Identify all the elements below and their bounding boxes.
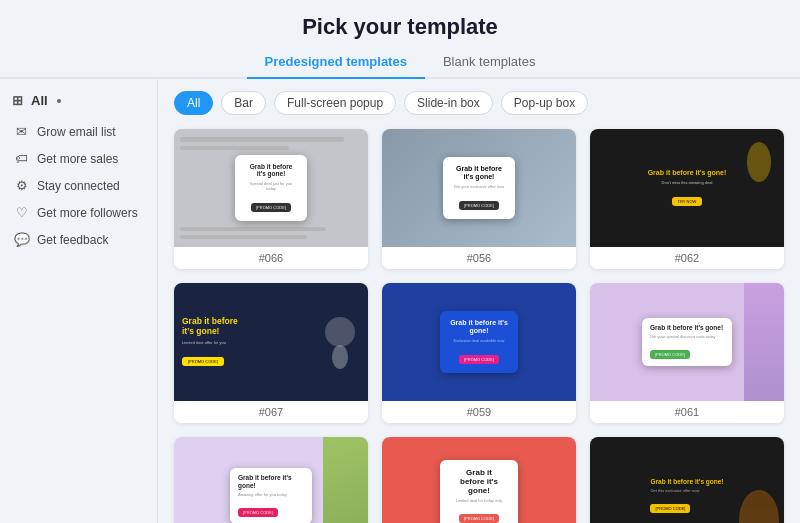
page-header: Pick your template [0,0,800,46]
thumbnail-062: Grab it before it's gone! Don't miss thi… [590,129,784,247]
filter-fullscreen[interactable]: Full-screen popup [274,91,396,115]
thumbnail-069: Grab itbefore it'sgone! Limited deal for… [382,437,576,523]
page-title: Pick your template [0,14,800,40]
template-label-059: #059 [382,401,576,423]
filter-bar: All Bar Full-screen popup Slide-in box P… [174,91,784,115]
sidebar-label-get-sales: Get more sales [37,152,118,166]
template-label-066: #066 [174,247,368,269]
thumbnail-067: Grab it beforeit's gone! Limited time of… [174,283,368,401]
sidebar: ⊞ All ✉ Grow email list 🏷 Get more sales… [0,79,158,523]
template-card-069[interactable]: Grab itbefore it'sgone! Limited deal for… [382,437,576,523]
sidebar-item-stay-connected[interactable]: ⚙ Stay connected [10,172,147,199]
email-icon: ✉ [14,124,29,139]
svg-point-0 [747,142,771,182]
thumbnail-068: Grab it before it's gone! Get this exclu… [590,437,784,523]
popup-067: Grab it beforeit's gone! Limited time of… [182,312,360,372]
template-card-062[interactable]: Grab it before it's gone! Don't miss thi… [590,129,784,269]
dot-indicator [57,99,61,103]
template-label-062: #062 [590,247,784,269]
filter-all[interactable]: All [174,91,213,115]
template-card-059[interactable]: Grab it before it's gone! Exclusive deal… [382,283,576,423]
sidebar-item-get-followers[interactable]: ♡ Get more followers [10,199,147,226]
popup-066: Grab it before it's gone! Special deal j… [235,155,307,222]
thumbnail-059: Grab it before it's gone! Exclusive deal… [382,283,576,401]
tabs-bar: Predesigned templates Blank templates [0,46,800,79]
sidebar-label-get-feedback: Get feedback [37,233,108,247]
template-label-067: #067 [174,401,368,423]
sidebar-label-stay-connected: Stay connected [37,179,120,193]
sidebar-label-get-followers: Get more followers [37,206,138,220]
content-area: All Bar Full-screen popup Slide-in box P… [158,79,800,523]
sidebar-item-get-sales[interactable]: 🏷 Get more sales [10,145,147,172]
popup-059: Grab it before it's gone! Exclusive deal… [440,311,518,374]
template-label-056: #056 [382,247,576,269]
grid-icon: ⊞ [10,93,25,108]
tab-blank[interactable]: Blank templates [425,46,554,79]
sales-icon: 🏷 [14,151,29,166]
thumbnail-056: Grab it before it's gone! Get your exclu… [382,129,576,247]
svg-point-3 [739,490,779,523]
filter-popup[interactable]: Pop-up box [501,91,588,115]
template-grid: Grab it before it's gone! Special deal j… [174,129,784,523]
filter-bar-chip[interactable]: Bar [221,91,266,115]
svg-point-2 [332,345,348,369]
thumbnail-061: Grab it before it's gone! Get your speci… [590,283,784,401]
heart-icon: ♡ [14,205,29,220]
thumbnail-060: Grab it before it's gone! Amazing offer … [174,437,368,523]
popup-title-056: Grab it before it's gone! [453,165,505,182]
template-card-060[interactable]: Grab it before it's gone! Amazing offer … [174,437,368,523]
template-card-067[interactable]: Grab it beforeit's gone! Limited time of… [174,283,368,423]
popup-062: Grab it before it's gone! Don't miss thi… [648,169,727,207]
template-label-061: #061 [590,401,784,423]
sidebar-all-label: All [31,93,48,108]
template-card-056[interactable]: Grab it before it's gone! Get your exclu… [382,129,576,269]
feedback-icon: 💬 [14,232,29,247]
template-card-061[interactable]: Grab it before it's gone! Get your speci… [590,283,784,423]
main-layout: ⊞ All ✉ Grow email list 🏷 Get more sales… [0,79,800,523]
sidebar-item-get-feedback[interactable]: 💬 Get feedback [10,226,147,253]
sidebar-label-grow-email: Grow email list [37,125,116,139]
popup-069: Grab itbefore it'sgone! Limited deal for… [440,460,518,523]
popup-061: Grab it before it's gone! Get your speci… [642,318,732,366]
thumbnail-066: Grab it before it's gone! Special deal j… [174,129,368,247]
popup-title-066: Grab it before it's gone! [245,163,297,179]
template-card-068[interactable]: Grab it before it's gone! Get this exclu… [590,437,784,523]
popup-068: Grab it before it's gone! Get this exclu… [644,478,729,514]
tab-predesigned[interactable]: Predesigned templates [247,46,425,79]
svg-point-1 [325,317,355,347]
connected-icon: ⚙ [14,178,29,193]
popup-056: Grab it before it's gone! Get your exclu… [443,157,515,220]
template-card-066[interactable]: Grab it before it's gone! Special deal j… [174,129,368,269]
sidebar-all-button[interactable]: ⊞ All [10,93,147,108]
popup-060: Grab it before it's gone! Amazing offer … [230,468,312,523]
sidebar-item-grow-email[interactable]: ✉ Grow email list [10,118,147,145]
filter-slide-in[interactable]: Slide-in box [404,91,493,115]
